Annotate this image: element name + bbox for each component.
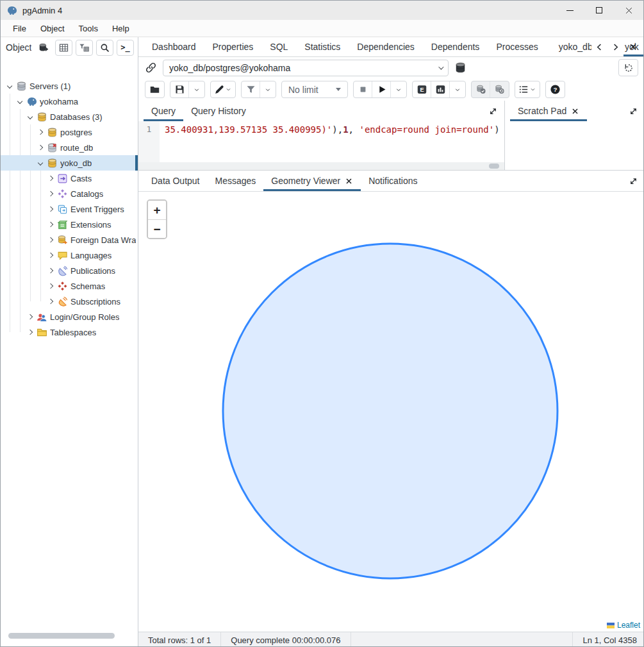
chevron-right-icon[interactable] <box>45 223 56 226</box>
refresh-layout-button[interactable] <box>618 59 638 76</box>
zoom-out-button[interactable]: − <box>148 219 166 238</box>
geometry-circle[interactable] <box>223 244 557 578</box>
tree-item-casts[interactable]: Casts <box>1 171 138 186</box>
database-utility-button[interactable] <box>35 40 52 56</box>
macros-menu-button[interactable] <box>515 81 540 97</box>
tab-processes[interactable]: Processes <box>488 37 546 56</box>
scrollbar-thumb[interactable] <box>489 164 499 169</box>
tab-scroll-left-button[interactable] <box>591 37 607 56</box>
save-menu-button[interactable] <box>189 81 204 97</box>
tree-item-yokohama[interactable]: yokohama <box>1 94 138 109</box>
tree-item-subscriptions[interactable]: Subscriptions <box>1 294 138 309</box>
chevron-down-icon[interactable] <box>25 115 35 119</box>
rollback-button[interactable] <box>490 81 509 97</box>
connection-status-button[interactable] <box>145 62 157 74</box>
geometry-viewer-map[interactable]: + − Leaflet <box>138 192 644 632</box>
tree-item-schemas[interactable]: Schemas <box>1 278 138 294</box>
tab-sql[interactable]: SQL <box>261 37 296 56</box>
tree-item-route-db[interactable]: route_db <box>1 140 138 155</box>
tree-item-postgres[interactable]: postgres <box>1 124 138 140</box>
tree-item-tablespaces[interactable]: Tablespaces <box>1 324 138 340</box>
explain-analyze-button[interactable] <box>431 81 450 97</box>
chevron-down-icon[interactable] <box>35 161 45 165</box>
tree-item-publications[interactable]: Publications <box>1 263 138 278</box>
filtered-rows-button[interactable] <box>76 40 93 56</box>
minimize-button[interactable] <box>555 1 584 20</box>
tab-query-tool-overflow[interactable]: yok <box>623 37 644 56</box>
tree-item-languages[interactable]: Languages <box>1 248 138 263</box>
filter-menu-button[interactable] <box>260 81 276 97</box>
tree-item-servers[interactable]: Servers (1) <box>1 78 138 94</box>
tree-item-extensions[interactable]: Extensions <box>1 217 138 232</box>
cancel-query-button[interactable] <box>354 81 372 97</box>
menu-file[interactable]: File <box>6 21 33 36</box>
save-file-button[interactable] <box>170 81 189 97</box>
execute-menu-button[interactable] <box>391 81 406 97</box>
tab-query-history[interactable]: Query History <box>183 101 254 121</box>
tab-query[interactable]: Query <box>144 101 183 121</box>
sql-code-line[interactable]: 35.400931,139.57135 35.400995)'),1, 'end… <box>165 124 500 135</box>
psql-tool-button[interactable]: >_ <box>117 40 134 56</box>
tab-notifications[interactable]: Notifications <box>361 171 425 191</box>
commit-button[interactable] <box>472 81 490 97</box>
chevron-right-icon[interactable] <box>45 284 56 288</box>
close-button[interactable] <box>614 1 643 20</box>
tab-geometry-viewer[interactable]: Geometry Viewer <box>263 171 361 191</box>
tree-item-databases[interactable]: Databases (3) <box>1 109 138 124</box>
tree-item-event-triggers[interactable]: Event Triggers <box>1 201 138 217</box>
sql-editor[interactable]: 1 35.400931,139.57135 35.400995)'),1, 'e… <box>138 121 504 170</box>
tab-query-tool[interactable]: yoko_db/post <box>547 37 591 56</box>
tab-scroll-right-button[interactable] <box>607 37 623 56</box>
zoom-in-button[interactable]: + <box>148 201 166 219</box>
expand-query-panel-button[interactable] <box>482 101 504 121</box>
chevron-right-icon[interactable] <box>45 269 56 273</box>
filter-button[interactable] <box>242 81 260 97</box>
editor-horizontal-scrollbar[interactable] <box>138 162 504 170</box>
close-tab-icon[interactable] <box>629 42 638 51</box>
expand-results-panel-button[interactable] <box>622 171 644 191</box>
expand-scratch-pad-button[interactable] <box>622 101 644 121</box>
chevron-right-icon[interactable] <box>45 176 56 180</box>
tree-item-foreign-data-wrappers[interactable]: Foreign Data Wra <box>1 232 138 248</box>
chevron-right-icon[interactable] <box>45 238 56 242</box>
row-limit-select[interactable]: No limit <box>281 81 348 98</box>
leaflet-link[interactable]: Leaflet <box>617 621 640 630</box>
chevron-right-icon[interactable] <box>45 192 56 196</box>
menu-object[interactable]: Object <box>33 21 72 36</box>
help-button[interactable]: ? <box>546 81 565 97</box>
chevron-right-icon[interactable] <box>25 330 35 334</box>
sidebar-horizontal-scrollbar[interactable] <box>8 633 115 639</box>
menu-help[interactable]: Help <box>105 21 136 36</box>
tab-properties[interactable]: Properties <box>204 37 262 56</box>
open-file-button[interactable] <box>145 81 164 97</box>
edit-menu-button[interactable] <box>211 81 235 97</box>
execute-query-button[interactable] <box>372 81 391 97</box>
close-geometry-viewer-icon[interactable] <box>345 177 353 185</box>
menu-tools[interactable]: Tools <box>72 21 105 36</box>
close-scratch-pad-icon[interactable] <box>571 107 579 115</box>
chevron-right-icon[interactable] <box>45 253 56 257</box>
chevron-right-icon[interactable] <box>35 130 45 134</box>
new-connection-button[interactable] <box>454 62 466 74</box>
chevron-right-icon[interactable] <box>35 146 45 149</box>
chevron-right-icon[interactable] <box>45 299 56 303</box>
tab-dependencies[interactable]: Dependencies <box>349 37 423 56</box>
tree-item-catalogs[interactable]: Catalogs <box>1 186 138 201</box>
search-objects-button[interactable] <box>96 40 113 56</box>
tab-scratch-pad[interactable]: Scratch Pad <box>510 101 587 121</box>
explain-menu-button[interactable] <box>450 81 465 97</box>
view-data-button[interactable] <box>55 40 72 56</box>
connection-select[interactable]: yoko_db/postgres@yokohama <box>163 60 449 76</box>
chevron-right-icon[interactable] <box>45 207 56 211</box>
maximize-button[interactable] <box>584 1 614 20</box>
tab-statistics[interactable]: Statistics <box>296 37 349 56</box>
tree-item-yoko-db[interactable]: yoko_db <box>1 155 138 171</box>
chevron-right-icon[interactable] <box>25 315 35 319</box>
tree-item-login-group-roles[interactable]: Login/Group Roles <box>1 309 138 324</box>
tab-dependents[interactable]: Dependents <box>423 37 488 56</box>
explain-button[interactable]: E <box>413 81 431 97</box>
chevron-down-icon[interactable] <box>4 84 15 88</box>
tab-dashboard[interactable]: Dashboard <box>144 37 204 56</box>
tab-data-output[interactable]: Data Output <box>144 171 208 191</box>
chevron-down-icon[interactable] <box>15 99 25 103</box>
